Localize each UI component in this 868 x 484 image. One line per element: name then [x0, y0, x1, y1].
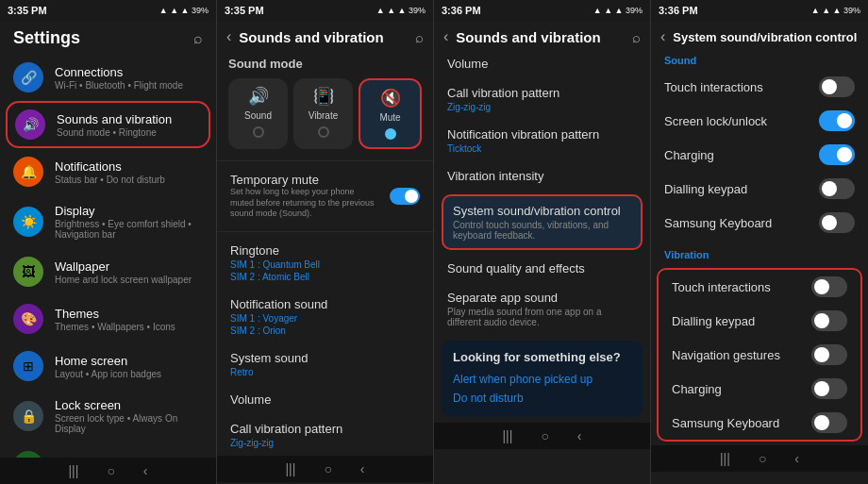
- connections-label: Connections: [55, 65, 183, 79]
- sidebar-item-lockscreen[interactable]: 🔒 Lock screen Screen lock type • Always …: [0, 390, 216, 442]
- ringtone-item[interactable]: Ringtone SIM 1 : Quantum Bell SIM 2 : At…: [217, 236, 433, 290]
- nav-gestures-vib-toggle[interactable]: [811, 344, 847, 365]
- time-2: 3:35 PM: [225, 5, 264, 16]
- nav-bar-3: ||| ○ ‹: [434, 423, 650, 449]
- vibrate-radio[interactable]: [318, 126, 329, 138]
- nav-back-3[interactable]: ‹: [577, 428, 582, 443]
- search-icon-1[interactable]: ⌕: [193, 30, 203, 47]
- suggest-link-2[interactable]: Do not disturb: [453, 389, 631, 408]
- search-icon-2[interactable]: ⌕: [415, 29, 424, 45]
- charging-vib[interactable]: Charging: [659, 372, 860, 406]
- sidebar-item-connections[interactable]: 🔗 Connections Wi-Fi • Bluetooth • Flight…: [0, 54, 216, 101]
- back-icon-2[interactable]: ‹: [226, 28, 231, 45]
- notif-vib-item[interactable]: Notification vibration pattern Ticktock: [434, 120, 650, 161]
- sidebar-item-notifications[interactable]: 🔔 Notifications Status bar • Do not dist…: [0, 148, 216, 195]
- suggest-link-1[interactable]: Alert when phone picked up: [453, 370, 631, 389]
- search-icon-3[interactable]: ⌕: [632, 29, 641, 45]
- nav-home-3[interactable]: ○: [541, 428, 548, 443]
- dialling-vib[interactable]: Dialling keypad: [659, 304, 860, 338]
- charging-sound-toggle[interactable]: [819, 144, 855, 165]
- charging-sound[interactable]: Charging: [651, 138, 868, 172]
- sounds-icon: 🔊: [15, 109, 45, 140]
- system-sound-sub1: Retro: [230, 367, 420, 377]
- settings-header: Settings ⌕: [0, 21, 216, 54]
- sound-radio[interactable]: [253, 126, 264, 138]
- touch-interact-sound-toggle[interactable]: [819, 76, 855, 97]
- volume-item[interactable]: Volume: [217, 385, 433, 414]
- status-bar-4: 3:36 PM ▲ ▲ ▲ 39%: [651, 0, 868, 21]
- temp-mute-item[interactable]: Temporary mute Set how long to keep your…: [217, 165, 433, 227]
- mute-radio[interactable]: [385, 128, 396, 140]
- nav-menu-1[interactable]: |||: [68, 463, 78, 478]
- sound-mode-sound[interactable]: 🔊 Sound: [228, 78, 288, 149]
- wallpaper-icon: 🖼: [13, 257, 43, 287]
- notif-vib-name: Notification vibration pattern: [447, 127, 637, 142]
- dialling-sound[interactable]: Dialling keypad: [651, 172, 868, 206]
- divider-1: [217, 160, 433, 161]
- call-vib-item[interactable]: Call vibration pattern Zig-zig-zig: [217, 414, 433, 456]
- nav-menu-4[interactable]: |||: [720, 451, 730, 466]
- screen-lock-sound-toggle[interactable]: [819, 110, 855, 131]
- notif-sound-item[interactable]: Notification sound SIM 1 : Voyager SIM 2…: [217, 290, 433, 343]
- touch-interact-sound[interactable]: Touch interactions: [651, 70, 868, 104]
- lockscreen-icon: 🔒: [13, 401, 43, 431]
- volume-item-3[interactable]: Volume: [434, 49, 650, 78]
- samsung-kbd-sound[interactable]: Samsung Keyboard: [651, 206, 868, 240]
- call-vib-item-3[interactable]: Call vibration pattern Zig-zig-zig: [434, 78, 650, 120]
- dialling-sound-toggle[interactable]: [819, 178, 855, 199]
- sidebar-item-biometrics[interactable]: 👆 Biometrics and security: [0, 442, 216, 458]
- samsung-kbd-vib[interactable]: Samsung Keyboard: [659, 406, 860, 440]
- screen-lock-sound[interactable]: Screen lock/unlock: [651, 104, 868, 138]
- vibrate-icon: 📳: [313, 86, 334, 107]
- charging-vib-toggle[interactable]: [811, 378, 847, 399]
- call-vib-sub: Zig-zig-zig: [230, 438, 420, 448]
- nav-home-4[interactable]: ○: [759, 451, 766, 466]
- sound-quality-item[interactable]: Sound quality and effects: [434, 254, 650, 283]
- sounds-deep-header: ‹ Sounds and vibration ⌕: [434, 21, 650, 49]
- dialling-vib-label: Dialling keypad: [672, 314, 755, 328]
- temp-mute-toggle[interactable]: [390, 188, 420, 205]
- nav-gestures-vib[interactable]: Navigation gestures: [659, 338, 860, 372]
- sidebar-item-display[interactable]: ☀️ Display Brightness • Eye comfort shie…: [0, 195, 216, 248]
- touch-interact-vib[interactable]: Touch interactions: [659, 270, 860, 304]
- nav-home-1[interactable]: ○: [107, 463, 114, 478]
- samsung-kbd-vib-toggle[interactable]: [811, 412, 847, 433]
- nav-menu-2[interactable]: |||: [285, 461, 295, 476]
- ringtone-name: Ringtone: [230, 243, 420, 258]
- sounds-sub: Sound mode • Ringtone: [57, 127, 172, 138]
- status-bar-2: 3:35 PM ▲ ▲ ▲ 39%: [217, 0, 433, 21]
- screen-lock-sound-label: Screen lock/unlock: [664, 114, 767, 128]
- touch-interact-vib-toggle[interactable]: [811, 276, 847, 297]
- sidebar-item-sounds[interactable]: 🔊 Sounds and vibration Sound mode • Ring…: [6, 101, 210, 148]
- sounds-panel-title: Sounds and vibration: [239, 29, 408, 45]
- nav-back-1[interactable]: ‹: [143, 463, 148, 478]
- panel-sounds-deep: 3:36 PM ▲ ▲ ▲ 39% ‹ Sounds and vibration…: [434, 0, 651, 484]
- nav-menu-3[interactable]: |||: [502, 428, 512, 443]
- samsung-kbd-sound-toggle[interactable]: [819, 212, 855, 233]
- separate-app-item[interactable]: Separate app sound Play media sound from…: [434, 283, 650, 335]
- sys-control-name: System sound/vibration control: [453, 204, 631, 218]
- back-icon-4[interactable]: ‹: [660, 28, 665, 45]
- status-icons-3: ▲ ▲ ▲ 39%: [593, 6, 643, 15]
- nav-back-2[interactable]: ‹: [360, 461, 365, 476]
- status-bar-3: 3:36 PM ▲ ▲ ▲ 39%: [434, 0, 650, 21]
- notifications-label: Notifications: [55, 159, 165, 174]
- sound-mode-mute[interactable]: 🔇 Mute: [359, 78, 422, 149]
- panel-settings: 3:35 PM ▲ ▲ ▲ 39% Settings ⌕ 🔗 Connectio…: [0, 0, 217, 484]
- temp-mute-name: Temporary mute: [230, 173, 376, 187]
- dialling-vib-toggle[interactable]: [811, 310, 847, 331]
- sidebar-item-themes[interactable]: 🎨 Themes Themes • Wallpapers • Icons: [0, 295, 216, 342]
- sound-mode-label: Sound mode: [228, 57, 422, 71]
- nav-back-4[interactable]: ‹: [794, 451, 799, 466]
- nav-home-2[interactable]: ○: [324, 461, 331, 476]
- sound-mode-vibrate[interactable]: 📳 Vibrate: [293, 78, 353, 149]
- call-vib-sub-3: Zig-zig-zig: [447, 102, 637, 112]
- wallpaper-label: Wallpaper: [55, 259, 192, 274]
- vib-intensity-item[interactable]: Vibration intensity: [434, 161, 650, 191]
- sidebar-item-homescreen[interactable]: ⊞ Home screen Layout • App icon badges: [0, 342, 216, 390]
- panel-sys-control: 3:36 PM ▲ ▲ ▲ 39% ‹ System sound/vibrati…: [651, 0, 868, 484]
- back-icon-3[interactable]: ‹: [443, 28, 448, 45]
- system-sound-item[interactable]: System sound Retro: [217, 343, 433, 385]
- sidebar-item-wallpaper[interactable]: 🖼 Wallpaper Home and lock screen wallpap…: [0, 248, 216, 295]
- sys-control-item[interactable]: System sound/vibration control Control t…: [442, 194, 643, 250]
